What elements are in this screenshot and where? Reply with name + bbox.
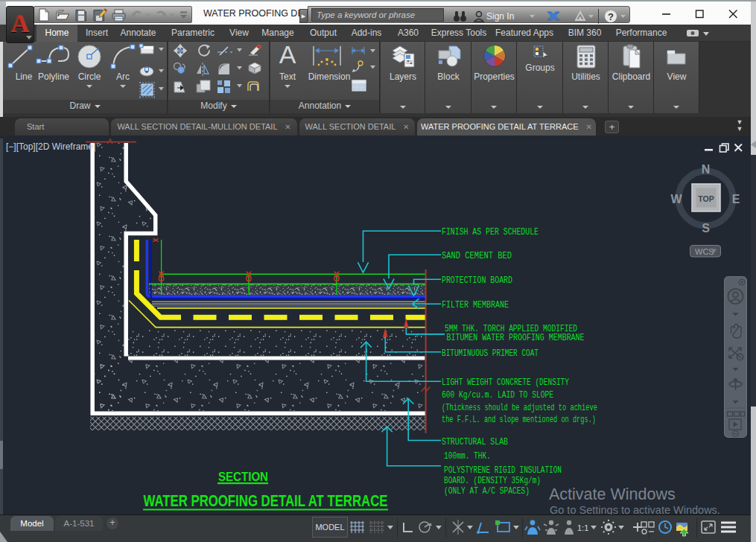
svg-text:BITUMEN WATER PROOFING MEMBRAN: BITUMEN WATER PROOFING MEMBRANE [447, 332, 585, 343]
svg-text:(ONLY AT A/C SPACES): (ONLY AT A/C SPACES) [444, 485, 530, 497]
svg-text:PROTECTION BOARD: PROTECTION BOARD [442, 275, 512, 286]
svg-text:N: N [702, 163, 711, 176]
svg-text:BITUMINUOUS PRIMER COAT: BITUMINUOUS PRIMER COAT [442, 348, 539, 359]
svg-text:WATER PROOFING DETAIL AT TERRA: WATER PROOFING DETAIL AT TERRACE [144, 492, 388, 510]
svg-text:(Thickness should be adjusted: (Thickness should be adjusted to achieve [442, 402, 597, 413]
svg-text:Sign In: Sign In [486, 11, 514, 22]
svg-text:[−][Top][2D Wireframe]: [−][Top][2D Wireframe] [6, 141, 95, 152]
svg-text:W: W [670, 193, 682, 205]
svg-text:SECTION: SECTION [218, 471, 268, 483]
svg-text:LIGHT WEIGHT CONCRETE (DENSITY: LIGHT WEIGHT CONCRETE (DENSITY [442, 377, 569, 388]
svg-text:Go to Settings to activate Win: Go to Settings to activate Windows. [550, 504, 720, 514]
svg-text:SAND CEMENT BED: SAND CEMENT BED [442, 250, 512, 261]
svg-text:S: S [702, 222, 710, 235]
svg-text:1:1: 1:1 [577, 523, 588, 532]
svg-text:TOP: TOP [698, 194, 714, 203]
svg-text:Activate Windows: Activate Windows [549, 485, 676, 503]
svg-text:WCS: WCS [695, 247, 714, 256]
svg-text:FINISH AS PER SCHEDULE: FINISH AS PER SCHEDULE [442, 226, 539, 237]
svg-text:E: E [732, 193, 740, 205]
svg-text:the F.F.L. and slope mentioned: the F.F.L. and slope mentioned on drgs.) [442, 414, 596, 425]
svg-text:100mm. THK.: 100mm. THK. [444, 450, 491, 462]
svg-text:FILTER MEMBRANE: FILTER MEMBRANE [442, 299, 509, 310]
svg-text:BOARD. (DENSITY 35Kg/m): BOARD. (DENSITY 35Kg/m) [444, 475, 541, 486]
svg-text:STRUCTURAL SLAB: STRUCTURAL SLAB [442, 436, 508, 447]
svg-text:?: ? [608, 11, 614, 22]
svg-text:600 Kg/cu.m. LAID TO SLOPE: 600 Kg/cu.m. LAID TO SLOPE [442, 389, 553, 401]
